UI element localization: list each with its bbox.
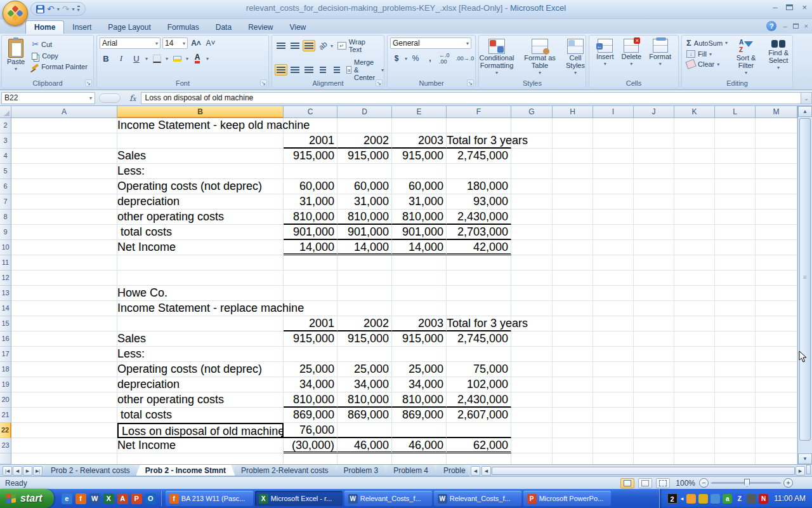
align-bottom-button[interactable] (303, 40, 315, 51)
clipboard-dialog-launcher[interactable]: ↘ (85, 79, 92, 86)
keyboard-layout-icon[interactable]: 2 (667, 493, 678, 504)
customize-qat-dropdown[interactable]: ▾ (77, 6, 80, 13)
cell-A17[interactable] (11, 347, 117, 362)
font-size-combo[interactable]: 14▾ (162, 37, 188, 49)
cell-M9[interactable] (756, 225, 797, 240)
cell-L21[interactable] (715, 408, 756, 423)
cell-G18[interactable] (511, 362, 553, 377)
cell-E6[interactable]: 60,000 (392, 179, 447, 194)
task-button-word-4[interactable]: WRelevant_Costs_f... (434, 491, 521, 506)
row-header-7[interactable]: 7 (0, 194, 11, 210)
workbook-close-button[interactable]: × (804, 22, 808, 30)
cell-G23[interactable] (511, 438, 553, 453)
bold-button[interactable]: B (100, 53, 112, 64)
cell-H5[interactable] (553, 164, 593, 179)
cell-B4[interactable]: Sales (117, 149, 284, 164)
cell-B18[interactable]: Operating costs (not deprec) (117, 362, 284, 377)
cell-D10[interactable]: 14,000 (337, 240, 392, 255)
cell-G5[interactable] (511, 164, 553, 179)
cell-B11[interactable] (117, 255, 284, 271)
cell-D2[interactable] (337, 118, 392, 133)
cell-I6[interactable] (593, 179, 634, 194)
help-icon[interactable]: ? (766, 21, 776, 31)
cell-G4[interactable] (511, 149, 553, 164)
cell-K10[interactable] (674, 240, 715, 255)
cell-E10[interactable]: 14,000 (392, 240, 447, 255)
zoom-slider[interactable]: − + (699, 478, 793, 488)
cell-A8[interactable] (11, 210, 117, 225)
italic-button[interactable]: I (115, 53, 128, 64)
cell-J4[interactable] (634, 149, 674, 164)
cell-M7[interactable] (756, 194, 797, 210)
cell-L16[interactable] (715, 331, 756, 347)
cell-I11[interactable] (593, 255, 634, 271)
align-left-button[interactable] (275, 64, 287, 76)
cell-I8[interactable] (593, 210, 634, 225)
cell-C9[interactable]: 901,000 (284, 225, 337, 240)
cell-M22[interactable] (756, 423, 797, 438)
font-color-button[interactable]: A (191, 53, 204, 64)
clear-button[interactable]: Clear▾ (684, 60, 730, 69)
cell-K17[interactable] (674, 347, 715, 362)
percent-style-button[interactable]: % (409, 53, 422, 64)
cell-B6[interactable]: Operating costs (not deprec) (117, 179, 284, 194)
cell-L19[interactable] (715, 377, 756, 392)
tools-icon[interactable] (710, 494, 720, 504)
column-header-M[interactable]: M (756, 106, 797, 118)
cell-K14[interactable] (674, 301, 715, 316)
cell-A21[interactable] (11, 408, 117, 423)
cell-J18[interactable] (634, 362, 674, 377)
cell-C4[interactable]: 915,000 (284, 149, 337, 164)
row-header-11[interactable]: 11 (0, 255, 11, 271)
office-button[interactable] (3, 1, 28, 26)
cell-A19[interactable] (11, 377, 117, 392)
cell-J23[interactable] (634, 438, 674, 453)
save-icon[interactable] (36, 5, 44, 13)
cell-G20[interactable] (511, 392, 553, 408)
cell-C13[interactable] (284, 286, 337, 301)
cell-G7[interactable] (511, 194, 553, 210)
task-button-firefox-1[interactable]: fBA 213 W11 (Pasc... (166, 491, 253, 506)
expand-formula-bar-button[interactable]: ⌄ (801, 92, 812, 104)
horizontal-scrollbar[interactable]: ◀ ▶ (481, 465, 805, 476)
cell-L11[interactable] (715, 255, 756, 271)
cell-G9[interactable] (511, 225, 553, 240)
cell-L3[interactable] (715, 133, 756, 149)
cell-D17[interactable] (337, 347, 392, 362)
cell-D18[interactable]: 25,000 (337, 362, 392, 377)
cell-L15[interactable] (715, 316, 756, 331)
cell-C21[interactable]: 869,000 (284, 408, 337, 423)
cell-D23[interactable]: 46,000 (337, 438, 392, 453)
cell-C11[interactable] (284, 255, 337, 271)
cell-M8[interactable] (756, 210, 797, 225)
powerpoint-icon[interactable]: P (131, 493, 142, 504)
cell-I10[interactable] (593, 240, 634, 255)
cell-J10[interactable] (634, 240, 674, 255)
cell-E17[interactable] (392, 347, 447, 362)
cell-H14[interactable] (553, 301, 593, 316)
cell-C6[interactable]: 60,000 (284, 179, 337, 194)
cell-F4[interactable]: 2,745,000 (447, 149, 511, 164)
cell-L7[interactable] (715, 194, 756, 210)
cell-K11[interactable] (674, 255, 715, 271)
cell-K19[interactable] (674, 377, 715, 392)
cell-I13[interactable] (593, 286, 634, 301)
cell-G2[interactable] (511, 118, 553, 133)
prev-sheet-icon[interactable]: ◀ (13, 466, 22, 476)
cell-J6[interactable] (634, 179, 674, 194)
cell-A15[interactable] (11, 316, 117, 331)
cell-C12[interactable] (284, 271, 337, 286)
cell-styles-button[interactable]: Cell Styles▾ (560, 37, 591, 78)
cell-J16[interactable] (634, 331, 674, 347)
cell-K3[interactable] (674, 133, 715, 149)
cell-L6[interactable] (715, 179, 756, 194)
cell-F11[interactable] (447, 255, 511, 271)
cell-M13[interactable] (756, 286, 797, 301)
cell-E15[interactable]: 2003 (392, 316, 447, 331)
cell-A5[interactable] (11, 164, 117, 179)
row-header-14[interactable]: 14 (0, 301, 11, 316)
cell-D8[interactable]: 810,000 (337, 210, 392, 225)
cell-K2[interactable] (674, 118, 715, 133)
row-header-13[interactable]: 13 (0, 286, 11, 301)
cell-I21[interactable] (593, 408, 634, 423)
